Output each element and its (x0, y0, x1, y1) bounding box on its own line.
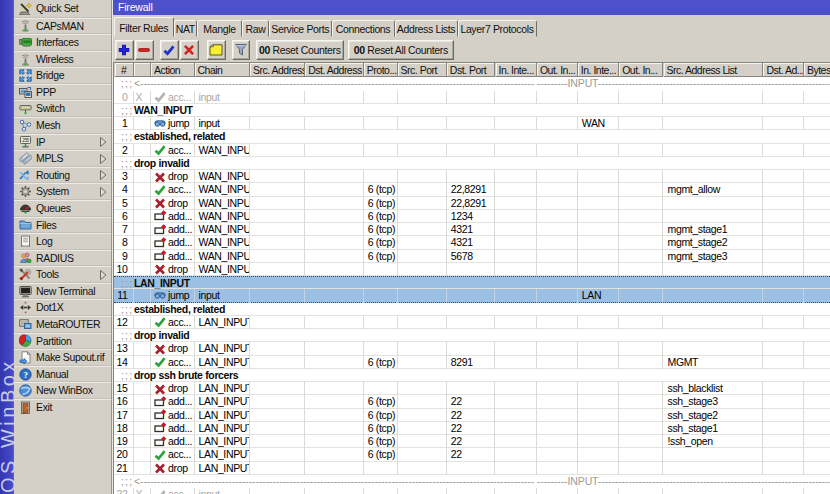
svg-text:255: 255 (22, 138, 29, 143)
svg-text:?: ? (23, 369, 27, 379)
